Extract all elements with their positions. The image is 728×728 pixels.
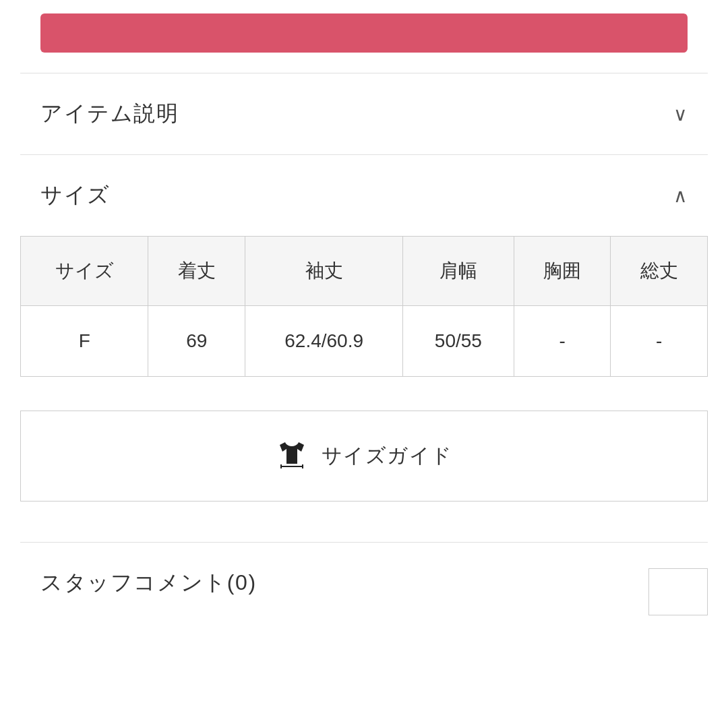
col-header-sodedake: 袖丈 bbox=[245, 237, 403, 306]
cell-size: F bbox=[21, 306, 148, 377]
top-action-bar[interactable] bbox=[40, 13, 688, 53]
cell-munei: - bbox=[514, 306, 611, 377]
tshirt-icon bbox=[276, 437, 308, 475]
spacer bbox=[0, 515, 728, 542]
col-header-katahaba: 肩幅 bbox=[403, 237, 514, 306]
size-guide-button[interactable]: サイズガイド bbox=[20, 411, 708, 502]
col-header-sodake: 総丈 bbox=[611, 237, 707, 306]
item-description-section[interactable]: アイテム説明 ∨ bbox=[0, 73, 728, 154]
chevron-up-icon: ∧ bbox=[673, 185, 688, 207]
size-table: サイズ 着丈 袖丈 肩幅 胸囲 総丈 F 69 62.4/60.9 50/55 … bbox=[21, 237, 707, 376]
staff-comment-thumbnail bbox=[648, 568, 708, 615]
staff-comment-title: スタッフコメント(0) bbox=[40, 568, 257, 598]
size-guide-label: サイズガイド bbox=[322, 442, 453, 470]
size-title: サイズ bbox=[40, 181, 111, 210]
cell-sodake: - bbox=[611, 306, 707, 377]
item-description-title: アイテム説明 bbox=[40, 99, 179, 129]
col-header-munei: 胸囲 bbox=[514, 237, 611, 306]
table-row: F 69 62.4/60.9 50/55 - - bbox=[21, 306, 707, 377]
cell-sodedake: 62.4/60.9 bbox=[245, 306, 403, 377]
size-section[interactable]: サイズ ∧ bbox=[0, 155, 728, 236]
chevron-down-icon: ∨ bbox=[673, 103, 688, 125]
cell-katahaba: 50/55 bbox=[403, 306, 514, 377]
size-table-container: サイズ 着丈 袖丈 肩幅 胸囲 総丈 F 69 62.4/60.9 50/55 … bbox=[20, 236, 708, 377]
col-header-chakutake: 着丈 bbox=[148, 237, 245, 306]
cell-chakutake: 69 bbox=[148, 306, 245, 377]
col-header-size: サイズ bbox=[21, 237, 148, 306]
